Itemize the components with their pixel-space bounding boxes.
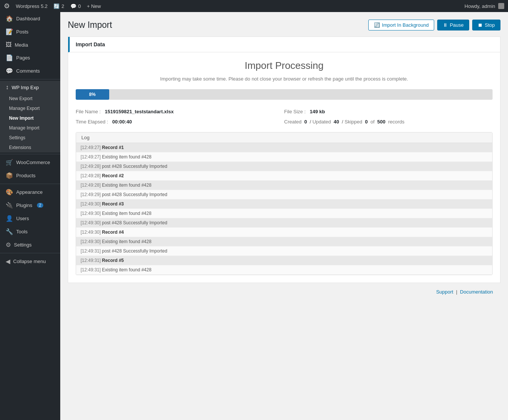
- appearance-icon: 🎨: [6, 189, 13, 196]
- sidebar-item-comments[interactable]: 💬 Comments: [0, 64, 60, 78]
- footer: Support | Documentation: [68, 283, 500, 301]
- import-data-header: Import Data: [68, 37, 500, 52]
- admin-info: Howdy, admin: [465, 3, 504, 9]
- sidebar: 🏠 Dashboard 📝 Posts 🖼 Media 📄 Pages 💬 Co…: [0, 12, 60, 420]
- sidebar-item-appearance[interactable]: 🎨 Appearance: [0, 186, 60, 199]
- sidebar-item-media[interactable]: 🖼 Media: [0, 38, 60, 51]
- wp-imp-exp-icon: ↕: [6, 84, 9, 91]
- products-icon: 📦: [6, 172, 13, 179]
- sidebar-item-dashboard[interactable]: 🏠 Dashboard: [0, 12, 60, 25]
- sidebar-item-collapse[interactable]: ◀ Collapse menu: [0, 255, 60, 268]
- file-name-item: File Name : 1519159821_teststandart.xlsx: [76, 109, 284, 114]
- sidebar-item-wp-imp-exp[interactable]: ↕ WP Imp Exp: [0, 81, 60, 94]
- admin-bar: ⚙ Wordpress 5.2 🔄 2 💬 0 + New Howdy, adm…: [0, 0, 508, 12]
- documentation-link[interactable]: Documentation: [460, 289, 493, 295]
- avatar: [498, 3, 504, 9]
- log-row: [12:49:30] Record #3: [76, 199, 492, 209]
- page-title: New Import: [68, 20, 112, 30]
- sidebar-item-settings[interactable]: Settings: [0, 133, 60, 143]
- main-content: New Import 🔄 Import In Background ⏸ Paus…: [60, 12, 508, 420]
- progress-bar: 8%: [76, 89, 109, 100]
- log-header: Log: [76, 132, 492, 143]
- log-row: [12:49:30] Existing item found #428: [76, 209, 492, 218]
- header-buttons: 🔄 Import In Background ⏸ Pause ⏹ Stop: [368, 20, 500, 30]
- log-row: [12:49:29] post #428 Successfully Import…: [76, 190, 492, 199]
- comments-icon[interactable]: 💬 0: [70, 3, 81, 9]
- sidebar-item-posts[interactable]: 📝 Posts: [0, 25, 60, 38]
- wp-logo[interactable]: ⚙: [4, 2, 10, 10]
- users-icon: 👤: [6, 215, 13, 222]
- sidebar-item-manage-import[interactable]: Manage Import: [0, 123, 60, 133]
- log-row: [12:49:30] Record #4: [76, 228, 492, 237]
- content-box: Import Data Import Processing Importing …: [68, 37, 500, 283]
- pages-icon: 📄: [6, 54, 13, 61]
- new-button[interactable]: + New: [87, 3, 101, 9]
- collapse-icon: ◀: [6, 258, 10, 265]
- sidebar-item-woocommerce[interactable]: 🛒 WooCommerce: [0, 156, 60, 169]
- sidebar-item-products[interactable]: 📦 Products: [0, 169, 60, 182]
- sidebar-item-settings2[interactable]: ⚙ Settings: [0, 238, 60, 251]
- site-name[interactable]: Wordpress 5.2: [16, 3, 47, 9]
- updates-icon[interactable]: 🔄 2: [53, 3, 64, 9]
- file-info-grid: File Name : 1519159821_teststandart.xlsx…: [76, 109, 493, 125]
- pause-icon: ⏸: [443, 22, 448, 28]
- import-data-body: Import Processing Importing may take som…: [68, 52, 500, 283]
- pause-button[interactable]: ⏸ Pause: [437, 20, 469, 30]
- stop-icon: ⏹: [478, 22, 483, 28]
- log-row: [12:49:28] Existing item found #428: [76, 181, 492, 190]
- processing-subtitle: Importing may take some time. Please do …: [76, 76, 493, 82]
- sidebar-item-new-import[interactable]: New Import: [0, 113, 60, 123]
- settings-icon: ⚙: [6, 241, 11, 248]
- dashboard-icon: 🏠: [6, 15, 13, 22]
- import-background-button[interactable]: 🔄 Import In Background: [368, 20, 434, 30]
- time-elapsed-item: Time Elapsed : 00:00:40: [76, 119, 284, 125]
- woocommerce-icon: 🛒: [6, 159, 13, 166]
- sidebar-item-extensions[interactable]: Extensions: [0, 143, 60, 152]
- sidebar-item-tools[interactable]: 🔧 Tools: [0, 225, 60, 238]
- log-row: [12:49:31] post #428 Successfully Import…: [76, 247, 492, 256]
- file-size-item: File Size : 149 kb: [284, 109, 493, 114]
- comments-nav-icon: 💬: [6, 67, 13, 75]
- sidebar-item-users[interactable]: 👤 Users: [0, 212, 60, 225]
- log-body[interactable]: [12:49:27] Record #1[12:49:27] Existing …: [76, 143, 492, 275]
- log-row: [12:49:30] post #428 Successfully Import…: [76, 218, 492, 228]
- processing-title: Import Processing: [76, 60, 493, 72]
- log-row: [12:49:27] Record #1: [76, 143, 492, 152]
- log-row: [12:49:30] Existing item found #428: [76, 237, 492, 247]
- progress-container: 8%: [76, 89, 493, 100]
- media-icon: 🖼: [6, 41, 12, 48]
- posts-icon: 📝: [6, 28, 13, 35]
- log-container: Log [12:49:27] Record #1[12:49:27] Exist…: [76, 132, 493, 275]
- log-row: [12:49:28] Record #2: [76, 171, 492, 181]
- sidebar-item-manage-export[interactable]: Manage Export: [0, 103, 60, 113]
- sidebar-submenu-imp-exp: New Export Manage Export New Import Mana…: [0, 94, 60, 152]
- tools-icon: 🔧: [6, 228, 13, 235]
- log-row: [12:49:31] Existing item found #428: [76, 265, 492, 275]
- page-header: New Import 🔄 Import In Background ⏸ Paus…: [68, 20, 500, 30]
- log-row: [12:49:31] Record #5: [76, 256, 492, 265]
- sidebar-item-plugins[interactable]: 🔌 Plugins 2: [0, 199, 60, 212]
- log-row: [12:49:28] post #428 Successfully Import…: [76, 162, 492, 171]
- records-info-item: Created 0 / Updated 40 / Skipped 0 of 50…: [284, 119, 493, 125]
- log-row: [12:49:27] Existing item found #428: [76, 152, 492, 162]
- sidebar-item-pages[interactable]: 📄 Pages: [0, 51, 60, 64]
- sidebar-item-new-export[interactable]: New Export: [0, 94, 60, 103]
- support-link[interactable]: Support: [436, 289, 453, 295]
- plugins-icon: 🔌: [6, 202, 13, 209]
- refresh-icon: 🔄: [374, 22, 380, 28]
- stop-button[interactable]: ⏹ Stop: [472, 20, 500, 30]
